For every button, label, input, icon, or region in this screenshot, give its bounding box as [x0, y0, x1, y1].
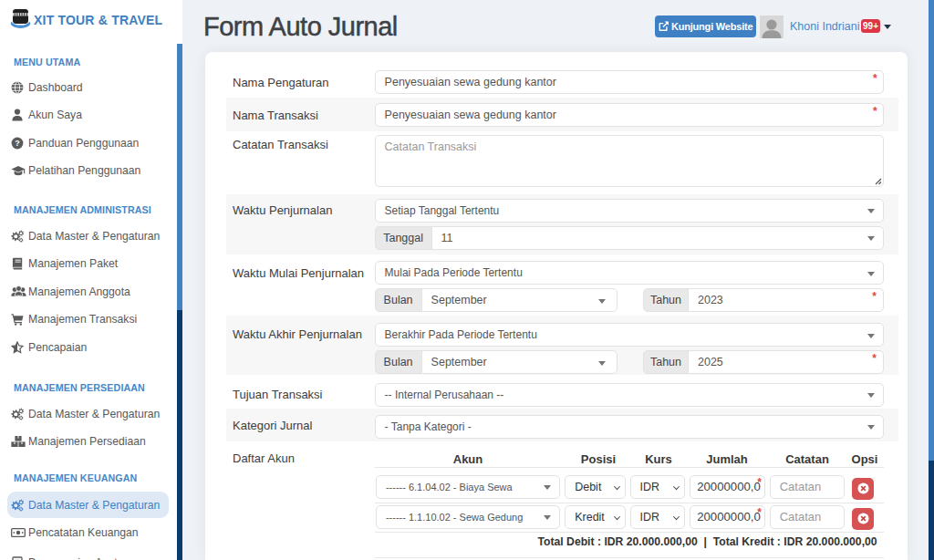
svg-text:?: ?: [15, 139, 20, 148]
